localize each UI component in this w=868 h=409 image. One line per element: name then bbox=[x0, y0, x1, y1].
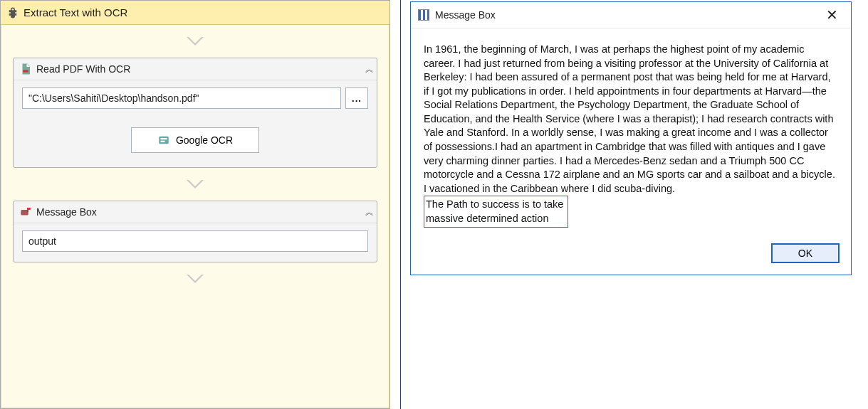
dialog-title: Message Box bbox=[435, 9, 820, 21]
right-pane: Message Box ✕ In 1961, the beginning of … bbox=[410, 0, 868, 409]
svg-rect-2 bbox=[160, 138, 167, 139]
sequence-icon bbox=[6, 6, 19, 19]
activity-title: Read PDF With OCR bbox=[36, 63, 365, 75]
highlight-line-1: The Path to success is to take bbox=[426, 198, 563, 212]
mailbox-icon bbox=[19, 206, 32, 218]
highlight-line-2: massive determined action bbox=[426, 212, 563, 226]
activity-message-box[interactable]: Message Box ︽ output bbox=[13, 201, 377, 262]
message-box-dialog: Message Box ✕ In 1961, the beginning of … bbox=[410, 1, 852, 275]
browse-button[interactable]: ... bbox=[345, 87, 368, 109]
highlighted-text: The Path to success is to take massive d… bbox=[424, 196, 568, 228]
svg-rect-1 bbox=[159, 137, 169, 144]
dialog-body: In 1961, the beginning of March, I was a… bbox=[411, 28, 851, 235]
chevron-down-icon bbox=[187, 275, 204, 283]
sequence-title: Extract Text with OCR bbox=[23, 6, 127, 18]
ocr-engine-icon bbox=[157, 134, 170, 147]
svg-rect-3 bbox=[160, 141, 164, 142]
dialog-body-text: In 1961, the beginning of March, I was a… bbox=[424, 43, 838, 196]
svg-rect-6 bbox=[27, 208, 31, 210]
chevron-down-icon bbox=[187, 180, 204, 188]
drop-arrow-bottom[interactable] bbox=[13, 262, 377, 295]
activity-body-message-box: output bbox=[14, 223, 377, 262]
ocr-engine-button[interactable]: Google OCR bbox=[131, 127, 259, 153]
sequence-header[interactable]: Extract Text with OCR bbox=[1, 1, 389, 25]
pdf-path-input[interactable]: "C:\Users\Sahiti\Desktop\handson.pdf" bbox=[22, 87, 341, 109]
sequence-body: Read PDF With OCR ︽ "C:\Users\Sahiti\Des… bbox=[1, 25, 389, 408]
dialog-footer: OK bbox=[411, 235, 851, 275]
pane-divider bbox=[390, 0, 410, 409]
dialog-titlebar[interactable]: Message Box ✕ bbox=[411, 2, 851, 28]
drop-arrow-mid[interactable] bbox=[13, 168, 377, 201]
sequence-activity-container: Extract Text with OCR Read PDF With OCR … bbox=[0, 0, 390, 409]
activity-body-read-pdf: "C:\Users\Sahiti\Desktop\handson.pdf" ..… bbox=[14, 80, 377, 167]
collapse-icon[interactable]: ︽ bbox=[365, 63, 371, 75]
activity-header-read-pdf[interactable]: Read PDF With OCR ︽ bbox=[14, 58, 377, 80]
message-content-input[interactable]: output bbox=[22, 230, 368, 252]
activity-title: Message Box bbox=[36, 206, 365, 218]
activity-read-pdf-with-ocr[interactable]: Read PDF With OCR ︽ "C:\Users\Sahiti\Des… bbox=[13, 58, 377, 168]
ok-button[interactable]: OK bbox=[771, 243, 840, 263]
app-icon bbox=[418, 9, 429, 21]
svg-rect-0 bbox=[23, 70, 28, 73]
chevron-down-icon bbox=[187, 37, 204, 46]
svg-rect-4 bbox=[21, 210, 28, 216]
collapse-icon[interactable]: ︽ bbox=[365, 206, 371, 218]
close-button[interactable]: ✕ bbox=[820, 8, 844, 22]
activity-header-message-box[interactable]: Message Box ︽ bbox=[14, 201, 377, 223]
pdf-icon bbox=[19, 63, 32, 75]
ocr-engine-label: Google OCR bbox=[176, 134, 233, 146]
drop-arrow-top[interactable] bbox=[13, 25, 377, 58]
